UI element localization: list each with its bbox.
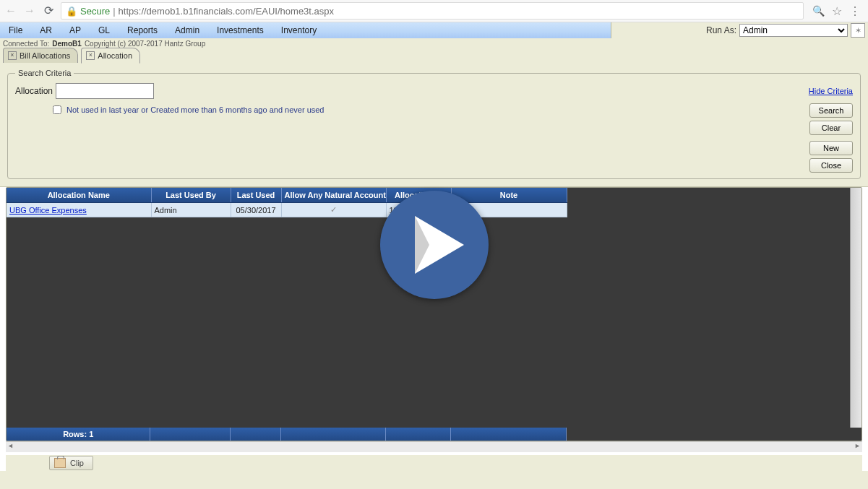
- menu-dots-icon[interactable]: ⋮: [849, 4, 861, 18]
- play-button[interactable]: [380, 191, 489, 299]
- close-icon[interactable]: ×: [8, 51, 17, 60]
- cell-allow-any: ✓: [281, 203, 386, 217]
- footer-cell: [150, 428, 230, 441]
- menu-item-ar[interactable]: AR: [31, 22, 61, 38]
- menu-item-admin[interactable]: Admin: [166, 22, 208, 38]
- app-menu-bar: FileARAPGLReportsAdminInvestmentsInvento…: [0, 22, 868, 38]
- bookmark-star-icon[interactable]: ☆: [832, 4, 842, 18]
- tab-strip: ×Bill Allocations×Allocation: [0, 48, 868, 63]
- search-criteria-fieldset: Search Criteria Allocation Hide Criteria…: [7, 69, 861, 179]
- close-icon[interactable]: ×: [86, 51, 95, 60]
- column-header[interactable]: Allow Any Natural Account: [281, 188, 386, 203]
- tab-allocation[interactable]: ×Allocation: [81, 48, 140, 64]
- menu-item-file[interactable]: File: [0, 22, 31, 38]
- lock-icon: 🔒: [66, 6, 77, 17]
- column-header[interactable]: Note: [451, 188, 567, 203]
- reload-icon[interactable]: ⟳: [42, 5, 55, 17]
- forward-icon[interactable]: →: [23, 5, 36, 17]
- grid-footer: Rows: 1: [7, 428, 567, 441]
- run-as-star-button[interactable]: ✶: [851, 23, 865, 38]
- allocation-label: Allocation: [15, 86, 53, 96]
- tab-bill-allocations[interactable]: ×Bill Allocations: [3, 48, 78, 63]
- menu-item-gl[interactable]: GL: [90, 22, 119, 38]
- footer-cell: [386, 428, 451, 441]
- not-used-label: Not used in last year or Created more th…: [66, 105, 325, 114]
- clip-label: Clip: [70, 459, 84, 467]
- search-button[interactable]: Search: [809, 103, 853, 118]
- menu-item-reports[interactable]: Reports: [119, 22, 166, 38]
- search-criteria-legend: Search Criteria: [15, 69, 74, 77]
- menu-item-ap[interactable]: AP: [61, 22, 90, 38]
- secure-label: Secure: [80, 6, 110, 17]
- clip-button[interactable]: Clip: [49, 456, 93, 470]
- vertical-scrollbar[interactable]: [850, 188, 861, 428]
- url-text: https://demob1.b1financials.com/EAUI/hom…: [119, 6, 334, 17]
- footer-cell: [231, 428, 281, 441]
- horizontal-scrollbar[interactable]: [6, 441, 862, 452]
- back-icon[interactable]: ←: [4, 5, 17, 17]
- close-button[interactable]: Close: [809, 158, 853, 173]
- run-as-label: Run As:: [706, 25, 736, 35]
- tab-label: Bill Allocations: [20, 51, 70, 60]
- hide-criteria-link[interactable]: Hide Criteria: [809, 87, 853, 95]
- cell-last-used: 05/30/2017: [231, 203, 281, 217]
- column-header[interactable]: Allocation Name: [7, 188, 151, 203]
- connection-status: Connected To: DemoB1 Copyright (c) 2007-…: [0, 38, 868, 48]
- not-used-checkbox[interactable]: [53, 105, 61, 114]
- play-icon: [415, 216, 464, 274]
- address-bar[interactable]: 🔒 Secure | https://demob1.b1financials.c…: [61, 2, 804, 20]
- column-header[interactable]: Last Used: [231, 188, 281, 203]
- menu-item-investments[interactable]: Investments: [208, 22, 272, 38]
- footer-cell: [451, 428, 567, 441]
- clipboard-icon: [54, 458, 66, 468]
- clear-button[interactable]: Clear: [809, 121, 853, 135]
- menu-item-inventory[interactable]: Inventory: [272, 22, 325, 38]
- tab-label: Allocation: [98, 51, 132, 60]
- footer-cell: [281, 428, 386, 441]
- footer-cell: Rows: 1: [7, 428, 150, 441]
- search-icon[interactable]: 🔍: [812, 5, 825, 17]
- cell-used-by: Admin: [151, 203, 231, 217]
- browser-toolbar: ← → ⟳ 🔒 Secure | https://demob1.b1financ…: [0, 0, 868, 22]
- new-button[interactable]: New: [809, 141, 853, 155]
- run-as-select[interactable]: Admin: [739, 24, 848, 37]
- table-row[interactable]: UBG Office ExpensesAdmin05/30/2017✓100.0…: [7, 203, 567, 217]
- allocation-input[interactable]: [56, 83, 154, 99]
- allocation-link[interactable]: UBG Office Expenses: [9, 206, 87, 215]
- column-header[interactable]: Last Used By: [151, 188, 231, 203]
